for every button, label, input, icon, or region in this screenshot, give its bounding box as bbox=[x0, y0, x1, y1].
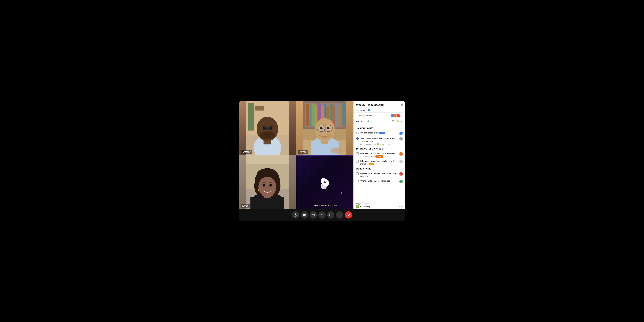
controls-bar bbox=[239, 209, 405, 221]
svg-rect-2 bbox=[248, 103, 254, 130]
reaction-add-emoji[interactable]: ☺+ bbox=[387, 144, 390, 146]
suggested-actions: Suggested actions ✅ End meeting ··· More bbox=[354, 201, 405, 209]
suggested-actions-label: Suggested actions bbox=[356, 203, 370, 204]
toolbar-right: 💬 🙂 ✓ bbox=[391, 120, 404, 123]
suggested-action-end-meeting[interactable]: ✅ End meeting ··· More bbox=[356, 205, 403, 208]
reaction-dots[interactable]: ●● 2 bbox=[372, 144, 376, 146]
anthony-label: Anthony bbox=[240, 150, 252, 154]
svg-rect-58 bbox=[295, 214, 296, 215]
svg-rect-19 bbox=[310, 106, 312, 126]
text-btn-label: Aa bbox=[361, 120, 364, 122]
add-button[interactable]: + ▾ bbox=[374, 120, 378, 123]
reaction-thumbs[interactable]: 👍 1 bbox=[382, 144, 386, 146]
task-item-pr1: @James to reach out to client this week … bbox=[356, 152, 403, 158]
task-checkbox-ai2[interactable] bbox=[356, 180, 359, 182]
notes-meta-left: ⏱ 36m left Rec bbox=[356, 114, 372, 117]
task-text-pr2: @James to upload product photos to the s… bbox=[360, 160, 398, 166]
talking-points-title: Talking Points bbox=[356, 127, 403, 130]
svg-point-68 bbox=[340, 215, 340, 215]
svg-point-39 bbox=[327, 127, 330, 130]
end-call-button[interactable] bbox=[345, 211, 352, 218]
notes-toolbar: H ▾ Aa ▾ 🔗 ··· + ▾ bbox=[354, 119, 405, 124]
participants-tab-icon: 👥 bbox=[368, 109, 370, 111]
captions-button[interactable] bbox=[310, 211, 317, 218]
svg-rect-20 bbox=[312, 104, 315, 126]
anthony-cursor-badge: Anthony bbox=[376, 155, 383, 158]
task-item-tp1: Any challenges or bloJames bbox=[356, 132, 403, 135]
notes-meta-row: ⏱ 36m left Rec ➤ bbox=[354, 112, 405, 119]
task-text-area-tp2: Send out team confirmation email to lock… bbox=[360, 137, 398, 146]
comment-icon: 💬 bbox=[392, 120, 394, 122]
heading-btn-label: H bbox=[356, 120, 358, 122]
camera-button[interactable] bbox=[301, 211, 308, 218]
task-avatar-tp1 bbox=[399, 132, 403, 135]
svg-rect-62 bbox=[312, 214, 314, 216]
more-options-button[interactable]: ··· bbox=[370, 120, 374, 123]
task-checkbox-ai1[interactable] bbox=[356, 172, 359, 175]
time-left: ⏱ 36m left bbox=[356, 114, 365, 117]
task-text-ai2: @Anthony to share workshop deck bbox=[360, 180, 398, 182]
emoji-button[interactable]: 🙂 bbox=[396, 120, 400, 123]
reaction-check[interactable]: ✅ 4 bbox=[377, 144, 381, 146]
send-icon[interactable]: ➤ bbox=[401, 114, 403, 117]
clock-icon: ⏱ bbox=[356, 114, 358, 117]
video-tile-karen: Karen bbox=[239, 155, 296, 209]
svg-rect-28 bbox=[336, 104, 338, 126]
svg-point-38 bbox=[320, 127, 323, 130]
copilot-label: Karen's Fellow AI Copilot bbox=[311, 204, 338, 207]
svg-point-13 bbox=[260, 131, 275, 139]
share-screen-button[interactable] bbox=[327, 211, 334, 218]
svg-point-11 bbox=[263, 127, 266, 130]
more-button[interactable]: ··· More bbox=[396, 206, 403, 208]
svg-point-67 bbox=[340, 214, 340, 214]
svg-point-56 bbox=[258, 189, 259, 191]
svg-rect-29 bbox=[338, 106, 342, 126]
task-avatar-ai2 bbox=[399, 180, 403, 183]
task-checkbox-pr1[interactable] bbox=[356, 152, 359, 155]
comment-button[interactable]: 💬 bbox=[391, 120, 395, 123]
star-decoration-1: ✦ bbox=[308, 172, 310, 175]
task-text-pr1: @James to reach out to client this week … bbox=[360, 152, 398, 158]
time-left-value: 36m left bbox=[358, 114, 365, 117]
svg-point-57 bbox=[324, 181, 326, 183]
add-icon: + bbox=[375, 120, 376, 122]
task-checkbox-tp2[interactable] bbox=[356, 137, 359, 140]
rec-label: Rec bbox=[368, 114, 372, 117]
heading-button[interactable]: H ▾ bbox=[356, 120, 360, 123]
link-icon: 🔗 bbox=[367, 120, 369, 122]
action-check-icon: ✅ bbox=[356, 205, 359, 208]
task-avatar-pr2 bbox=[399, 160, 403, 163]
mic-button[interactable] bbox=[292, 211, 299, 218]
heading-caret: ▾ bbox=[358, 120, 359, 122]
text-caret: ▾ bbox=[364, 120, 364, 122]
confirm-button[interactable]: ✓ bbox=[400, 120, 404, 123]
tab-participants[interactable]: 👥 bbox=[368, 108, 371, 112]
action-items-title: Action Items bbox=[356, 167, 403, 170]
text-format-button[interactable]: Aa ▾ bbox=[360, 120, 366, 123]
notes-tab-label: Notes bbox=[360, 109, 366, 111]
svg-point-12 bbox=[270, 127, 272, 130]
task-text-tp1: Any challenges or bloJames bbox=[360, 132, 398, 134]
more-options-button[interactable] bbox=[336, 211, 343, 218]
toolbar-separator bbox=[379, 120, 380, 123]
raise-hand-button[interactable] bbox=[318, 211, 326, 218]
close-button[interactable]: × bbox=[401, 104, 403, 106]
reaction-comment[interactable]: 👤 1 comment bbox=[360, 144, 371, 146]
link-button[interactable]: 🔗 bbox=[366, 120, 370, 123]
notes-panel-header: Weekly Team Meeting × bbox=[354, 101, 405, 106]
rec-dot bbox=[366, 115, 368, 116]
task-checkbox-tp1[interactable] bbox=[356, 132, 359, 134]
task-avatar-tp2 bbox=[399, 137, 403, 140]
svg-point-40 bbox=[331, 148, 343, 154]
copilot-logo bbox=[318, 175, 332, 189]
james-cursor-badge: James bbox=[379, 132, 385, 134]
notes-tabs: 📄 Notes 👥 bbox=[354, 106, 405, 112]
task-checkbox-pr2[interactable] bbox=[356, 160, 359, 162]
tab-notes[interactable]: 📄 Notes bbox=[356, 108, 366, 112]
svg-rect-18 bbox=[306, 104, 309, 126]
notes-content: Talking Points Any challenges or bloJame… bbox=[354, 124, 405, 201]
task-text-ai1: @Karen to request feedback on last weeks… bbox=[360, 172, 398, 178]
main-area: Anthony bbox=[239, 101, 405, 209]
svg-point-52 bbox=[258, 177, 276, 197]
avatar-group bbox=[391, 114, 400, 118]
